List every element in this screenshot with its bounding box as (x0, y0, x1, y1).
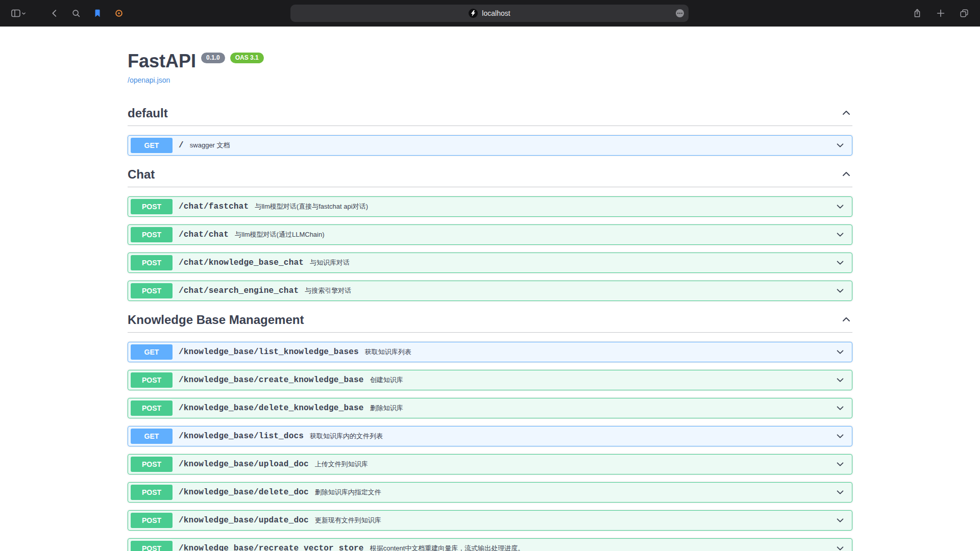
page-title: FastAPI 0.1.0 OAS 3.1 (128, 50, 852, 72)
address-bar[interactable]: localhost (290, 5, 689, 22)
operation-summary: 删除知识库 (370, 404, 403, 413)
collapse-section-button[interactable] (840, 107, 852, 120)
url-text: localhost (482, 9, 510, 17)
operation-path: /chat/knowledge_base_chat (179, 258, 304, 267)
section-header-knowledge-base[interactable]: Knowledge Base Management (128, 309, 852, 333)
operation-row[interactable]: POST /chat/chat 与llm模型对话(通过LLMChain) (128, 224, 852, 245)
oas-badge[interactable]: OAS 3.1 (230, 53, 264, 63)
new-tab-button[interactable] (932, 5, 949, 22)
toolbar-left-group (0, 5, 290, 22)
chevron-up-icon (841, 314, 851, 326)
chevron-down-icon[interactable] (834, 256, 847, 269)
tabs-icon (959, 8, 969, 18)
operation-path: /chat/search_engine_chat (179, 286, 299, 295)
operations-list: GET / swagger 文档 (128, 135, 852, 156)
share-button[interactable] (909, 5, 926, 22)
chevron-down-icon[interactable] (834, 458, 847, 471)
operation-summary: 根据content中文档重建向量库，流式输出处理进度。 (370, 544, 525, 551)
chevron-down-icon[interactable] (834, 514, 847, 527)
operation-row[interactable]: POST /knowledge_base/recreate_vector_sto… (128, 538, 852, 551)
operation-row[interactable]: POST /chat/search_engine_chat 与搜索引擎对话 (128, 281, 852, 301)
sidebar-toggle-button[interactable] (6, 5, 30, 22)
chevron-down-icon[interactable] (834, 139, 847, 152)
method-badge: POST (131, 372, 173, 388)
api-info: FastAPI 0.1.0 OAS 3.1 /openapi.json (128, 27, 852, 85)
operation-row[interactable]: POST /knowledge_base/update_doc 更新现有文件到知… (128, 510, 852, 531)
circle-target-icon (114, 9, 124, 18)
back-chevron-icon (50, 8, 60, 18)
operation-summary: 获取知识库内的文件列表 (310, 432, 383, 441)
operation-path: /knowledge_base/delete_doc (179, 488, 309, 497)
share-icon (912, 8, 922, 18)
operation-summary: 删除知识库内指定文件 (315, 488, 381, 497)
chevron-down-icon[interactable] (834, 345, 847, 359)
site-favicon-lightning-icon (469, 9, 478, 18)
operation-path: /knowledge_base/recreate_vector_store (179, 544, 364, 551)
method-badge: GET (131, 344, 173, 360)
method-badge: POST (131, 457, 173, 472)
operation-row[interactable]: GET /knowledge_base/list_docs 获取知识库内的文件列… (128, 426, 852, 446)
api-title-text: FastAPI (128, 50, 196, 72)
version-badge: 0.1.0 (201, 53, 225, 63)
operation-path: /knowledge_base/list_knowledge_bases (179, 347, 359, 357)
operation-summary: 与llm模型对话(直接与fastchat api对话) (255, 202, 368, 211)
extension-blue-button[interactable] (89, 5, 106, 22)
operation-row[interactable]: GET / swagger 文档 (128, 135, 852, 156)
operation-summary: 创建知识库 (370, 375, 403, 385)
operation-row[interactable]: POST /knowledge_base/upload_doc 上传文件到知识库 (128, 454, 852, 474)
bookmark-icon (93, 9, 102, 18)
ellipsis-circle-icon (675, 12, 684, 19)
chevron-down-icon (21, 11, 26, 16)
method-badge: POST (131, 199, 173, 214)
chevron-down-icon[interactable] (834, 284, 847, 297)
method-badge: GET (131, 138, 173, 153)
chevron-down-icon[interactable] (834, 486, 847, 499)
operations-list: GET /knowledge_base/list_knowledge_bases… (128, 342, 852, 551)
operation-row[interactable]: POST /chat/fastchat 与llm模型对话(直接与fastchat… (128, 196, 852, 217)
section-header-default[interactable]: default (128, 102, 852, 126)
chevron-up-icon (841, 169, 851, 181)
method-badge: POST (131, 400, 173, 416)
operation-summary: 上传文件到知识库 (315, 460, 368, 469)
operation-path: /knowledge_base/upload_doc (179, 460, 309, 469)
search-button[interactable] (67, 5, 85, 22)
chevron-down-icon[interactable] (834, 542, 847, 551)
extension-orange-button[interactable] (110, 5, 128, 22)
collapse-section-button[interactable] (840, 168, 852, 182)
section-header-chat[interactable]: Chat (128, 163, 852, 187)
method-badge: POST (131, 541, 173, 551)
method-badge: POST (131, 227, 173, 242)
section-title: default (128, 106, 168, 120)
swagger-ui-page: FastAPI 0.1.0 OAS 3.1 /openapi.json defa… (0, 27, 980, 551)
operation-summary: 与知识库对话 (310, 258, 350, 267)
method-badge: GET (131, 429, 173, 444)
operation-row[interactable]: POST /knowledge_base/delete_knowledge_ba… (128, 398, 852, 418)
operation-summary: swagger 文档 (190, 141, 230, 150)
operation-row[interactable]: POST /knowledge_base/create_knowledge_ba… (128, 370, 852, 390)
sidebar-icon (10, 8, 21, 19)
method-badge: POST (131, 485, 173, 500)
chevron-down-icon[interactable] (834, 373, 847, 387)
chevron-down-icon[interactable] (834, 430, 847, 443)
section-title: Knowledge Base Management (128, 313, 304, 327)
back-button[interactable] (46, 5, 63, 22)
tab-overview-button[interactable] (955, 5, 973, 22)
openapi-json-link[interactable]: /openapi.json (128, 76, 170, 84)
page-menu-button[interactable] (675, 9, 684, 18)
chevron-down-icon[interactable] (834, 228, 847, 241)
collapse-section-button[interactable] (840, 313, 852, 327)
section-chat: Chat POST /chat/fastchat 与llm模型对话(直接与fas… (128, 163, 852, 301)
operation-row[interactable]: POST /knowledge_base/delete_doc 删除知识库内指定… (128, 482, 852, 503)
chevron-down-icon[interactable] (834, 402, 847, 415)
chevron-down-icon[interactable] (834, 200, 847, 213)
operation-row[interactable]: GET /knowledge_base/list_knowledge_bases… (128, 342, 852, 362)
chevron-up-icon (841, 108, 851, 119)
method-badge: POST (131, 255, 173, 270)
operation-path: /chat/fastchat (179, 202, 249, 211)
operation-path: /knowledge_base/create_knowledge_base (179, 375, 364, 385)
section-default: default GET / swagger 文档 (128, 102, 852, 156)
operation-summary: 获取知识库列表 (365, 347, 411, 357)
method-badge: POST (131, 513, 173, 528)
operation-row[interactable]: POST /chat/knowledge_base_chat 与知识库对话 (128, 253, 852, 273)
method-badge: POST (131, 283, 173, 298)
